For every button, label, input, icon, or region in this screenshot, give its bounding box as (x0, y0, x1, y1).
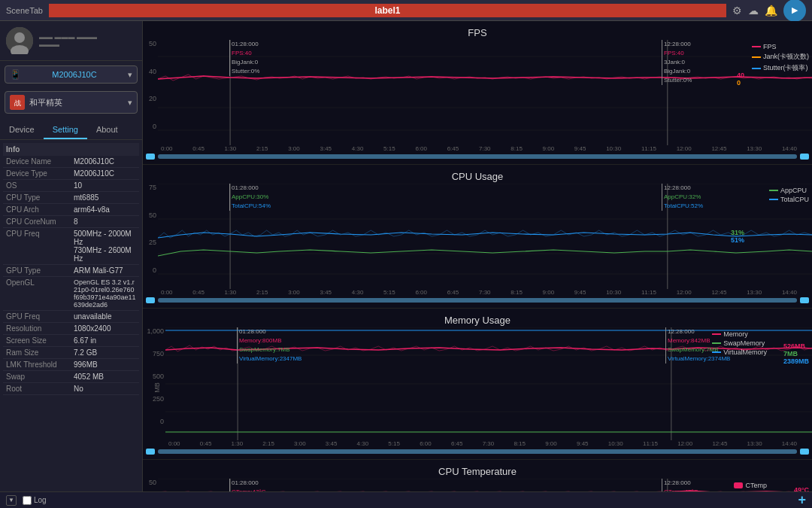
collapse-button[interactable]: ▼ (6, 495, 17, 506)
fps-legend-fps-label: FPS (763, 43, 777, 50)
cpu-legend-app-color (769, 190, 778, 191)
cpu-y-0: 0 (153, 266, 156, 274)
cpu-left-callout: 01:28:000AppCPU:30%TotalCPU:54% (229, 184, 271, 211)
top-bar: SceneTab label1 ⚙ ☁ 🔔 ▶ (0, 0, 812, 21)
notification-icon[interactable]: 🔔 (765, 5, 777, 17)
memory-scroll-right (800, 449, 809, 455)
fps-scrollbar-row[interactable] (146, 154, 809, 160)
label-cpu-arch: CPU Arch (6, 205, 74, 214)
cpu-scroll-left (146, 297, 155, 303)
memory-legend-swap: SwapMemory (712, 339, 767, 347)
temp-chart-title: CPU Temperature (143, 466, 812, 477)
memory-left-callout: 01:28:000Memory:800MBSwapMemory:7MBVirtu… (237, 327, 301, 364)
value-screen-size: 6.67 in (74, 336, 96, 345)
memory-chart-wrap: 1,000 750 500 250 0 (143, 327, 812, 440)
memory-scrollbar-thumb (158, 449, 797, 454)
memory-scrollbar-row[interactable] (146, 449, 809, 455)
svg-point-1 (14, 32, 25, 43)
app-selector-arrow: ▾ (128, 98, 132, 108)
device-selector[interactable]: 📱 M2006J10C ▾ (5, 65, 138, 84)
temp-legend: CTemp (734, 482, 767, 489)
scene-tab-label: SceneTab (6, 6, 43, 15)
cloud-icon[interactable]: ☁ (748, 5, 759, 17)
info-row-gpu-freq: GPU Freq unavailable (3, 311, 139, 323)
svg-text:战: 战 (14, 99, 21, 107)
fps-legend-jank-color (752, 56, 761, 58)
cpu-scrollbar-row[interactable] (146, 297, 809, 303)
info-row-gpu-type: GPU Type ARM Mali-G77 (3, 265, 139, 277)
value-cpu-arch: arm64-v8a (74, 205, 110, 214)
label-swap: Swap (6, 373, 74, 381)
temp-legend-ctemp: CTemp (734, 482, 767, 489)
cpu-x-axis: 0:000:451:302:153:003:454:305:156:006:45… (143, 289, 812, 296)
fps-legend-stutter-label: Stutter(卡顿率) (763, 63, 808, 73)
cpu-y-axis: 75 50 25 0 (143, 184, 158, 289)
memory-legend-mem-color (712, 333, 721, 335)
label-device-type: Device Type (6, 169, 74, 178)
memory-right-values: 526MB 7MB 2389MB (783, 342, 809, 365)
log-checkbox-input[interactable] (23, 496, 32, 505)
fps-chart-inner: 01:28:000FPS:40BigJank:0Stutter:0% 12:28… (158, 40, 812, 145)
temp-left-callout-text: 01:28:000CTemp:47°C (232, 479, 265, 491)
fps-scrollbar-thumb (158, 154, 797, 159)
temp-val: 49°C (794, 486, 809, 491)
info-row-ram: Ram Size 7.2 GB (3, 347, 139, 359)
fps-val-fps: 40 (737, 71, 744, 79)
cpu-legend-app-label: AppCPU (780, 187, 807, 194)
cpu-val-app: 31% (731, 229, 744, 236)
label-resolution: Resolution (6, 324, 74, 333)
cpu-chart-title: CPU Usage (143, 171, 812, 182)
tab-about[interactable]: About (87, 121, 127, 139)
memory-val-memory: 526MB (783, 342, 809, 350)
log-label: Log (34, 496, 47, 504)
fps-y-20: 20 (149, 95, 156, 102)
app-selector[interactable]: 战 和平精英 ▾ (5, 91, 138, 114)
cpu-right-values: 31% 51% (731, 229, 744, 244)
cpu-scroll-right (800, 297, 809, 303)
cpu-right-callout-text: 12:28:000AppCPU:32%TotalCPU:52% (664, 184, 703, 211)
label-ram: Ram Size (6, 348, 74, 357)
tab-device[interactable]: Device (0, 121, 44, 139)
memory-y-0: 0 (160, 418, 164, 425)
memory-legend-virtual-color (712, 351, 721, 353)
plus-button[interactable]: + (798, 492, 806, 508)
cpu-scrollbar[interactable] (158, 298, 797, 303)
cpu-y-50: 50 (149, 211, 156, 219)
fps-scroll-right (800, 154, 809, 160)
memory-legend-mem-label: Memory (723, 330, 748, 338)
memory-val-swap: 7MB (783, 350, 809, 357)
label1-bar[interactable]: label1 (49, 4, 726, 17)
log-checkbox[interactable]: Log (23, 496, 47, 505)
fps-scrollbar[interactable] (158, 154, 797, 159)
cpu-chart-inner: 01:28:000AppCPU:30%TotalCPU:54% 12:28:00… (158, 184, 812, 289)
temp-legend-ctemp-color (734, 482, 743, 488)
temp-y-50: 50 (149, 479, 156, 486)
fps-chart-title: FPS (143, 27, 812, 38)
profile-device-text: ▬▬ ▬▬▬ ▬▬▬ (39, 33, 97, 41)
avatar (6, 27, 33, 54)
value-opengl: OpenGL ES 3.2 v1.r21p0-01rel0.26e760f69b… (74, 278, 136, 309)
temp-right-callout: 12:28:000CTemp:48°C (662, 479, 698, 491)
tab-setting[interactable]: Setting (44, 121, 87, 139)
value-os: 10 (74, 181, 82, 190)
memory-scroll-left (146, 449, 155, 455)
cpu-scrollbar-thumb (158, 298, 797, 303)
memory-y-500: 500 (153, 373, 164, 380)
fps-y-40: 40 (149, 68, 156, 75)
settings-icon[interactable]: ⚙ (732, 5, 742, 17)
sidebar-tabs: Device Setting About (0, 121, 142, 140)
memory-chart-inner: 01:28:000Memory:800MBSwapMemory:7MBVirtu… (165, 327, 812, 440)
temp-chart-wrap: 50 40 30 20 10 0 (143, 479, 812, 491)
charts-area[interactable]: FPS 50 40 20 0 (143, 21, 812, 491)
play-button[interactable]: ▶ (783, 0, 806, 22)
info-row-cpu-arch: CPU Arch arm64-v8a (3, 204, 139, 216)
main-layout: ▬▬ ▬▬▬ ▬▬▬ ▬▬▬ 📱 M2006J10C ▾ 战 和平精英 ▾ De… (0, 21, 812, 491)
info-row-device-name: Device Name M2006J10C (3, 156, 139, 168)
info-row-cpu-type: CPU Type mt6885 (3, 192, 139, 204)
info-row-resolution: Resolution 1080x2400 (3, 323, 139, 335)
value-ram: 7.2 GB (74, 348, 97, 357)
label-cpu-core: CPU CoreNum (6, 217, 74, 226)
label-os: OS (6, 181, 74, 190)
value-root: No (74, 385, 83, 393)
memory-scrollbar[interactable] (158, 449, 797, 454)
